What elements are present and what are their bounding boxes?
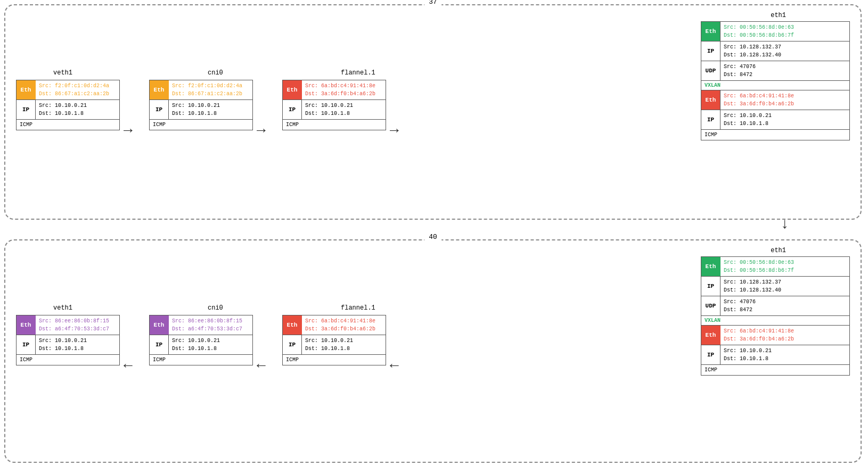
bottom-veth1-ip-content: Src: 10.10.0.21 Dst: 10.10.1.8 (36, 335, 90, 354)
top-flannel1-eth-content: Src: 6a:bd:c4:91:41:8e Dst: 3a:6d:f0:b4:… (302, 80, 379, 99)
top-inner-eth-content: Src: 6a:bd:c4:91:41:8e Dst: 3a:6d:f0:b4:… (720, 90, 797, 110)
arrow-eth1-flannel1-bottom: ← (390, 357, 399, 374)
top-outer-ip-tag: IP (701, 41, 720, 61)
bottom-outer-ip-content: Src: 10.128.132.37 Dst: 10.128.132.40 (720, 277, 784, 296)
bottom-inner-icmp: ICMP (701, 365, 850, 376)
top-vxlan-label: VXLAN (701, 81, 850, 90)
bottom-cni0-eth-tag: Eth (150, 315, 169, 335)
bottom-veth1-eth-content: Src: 86:ee:86:0b:8f:15 Dst: a6:4f:70:53:… (36, 315, 112, 335)
arrow-flannel1-cni0-bottom: ← (257, 357, 266, 374)
bottom-flannel1-packet: Eth Src: 6a:bd:c4:91:41:8e Dst: 3a:6d:f0… (282, 315, 386, 365)
bottom-inner-eth-tag: Eth (701, 326, 720, 345)
bottom-cni0-ip-content: Src: 10.10.0.21 Dst: 10.10.1.8 (169, 335, 223, 354)
bottom-veth1-label: veth1 (53, 304, 72, 312)
bottom-udp-content: Src: 47076 Dst: 8472 (720, 296, 759, 315)
bottom-vxlan-label: VXLAN (701, 316, 850, 326)
bottom-section-label: 40 (424, 233, 441, 241)
top-cni0-ip-tag: IP (150, 100, 169, 119)
bottom-outer-eth-content: Src: 00:50:56:8d:0e:63 Dst: 00:50:56:8d:… (720, 257, 797, 276)
top-veth1-eth-content: Src: f2:0f:c1:0d:d2:4a Dst: 86:67:a1:c2:… (36, 80, 112, 99)
top-cni0-label: cni0 (208, 69, 223, 77)
top-veth1-icmp: ICMP (16, 120, 120, 130)
bottom-inner-ip-content: Src: 10.10.0.21 Dst: 10.10.1.8 (720, 345, 775, 364)
arrow-flannel1-eth1: → (390, 122, 399, 139)
arrow-cni0-veth1-bottom: ← (124, 357, 133, 374)
top-cni0-icmp: ICMP (149, 120, 253, 130)
top-inner-ip-tag: IP (701, 110, 720, 129)
bottom-outer-ip-tag: IP (701, 277, 720, 296)
bottom-cni0-label: cni0 (208, 304, 223, 312)
bottom-cni0-eth-content: Src: 86:ee:86:0b:8f:15 Dst: a6:4f:70:53:… (169, 315, 245, 335)
bottom-cni0-icmp: ICMP (149, 355, 253, 365)
top-flannel1-label: flannel.1 (341, 69, 375, 77)
bottom-eth1-label: eth1 (771, 247, 786, 254)
top-udp-content: Src: 47076 Dst: 8472 (720, 61, 759, 80)
top-section-label: 37 (424, 0, 441, 6)
bottom-veth1-packet: Eth Src: 86:ee:86:0b:8f:15 Dst: a6:4f:70… (16, 315, 120, 365)
top-flannel1-ip-tag: IP (283, 100, 302, 119)
top-cni0-packet: Eth Src: f2:0f:c1:0d:d2:4a Dst: 86:67:a1… (149, 80, 253, 130)
top-flannel1-packet: Eth Src: 6a:bd:c4:91:41:8e Dst: 3a:6d:f0… (282, 80, 386, 130)
arrow-veth1-cni0: → (124, 122, 133, 139)
bottom-flannel1-label: flannel.1 (341, 304, 375, 312)
top-eth1-packet: Eth Src: 00:50:56:8d:0e:63 Dst: 00:50:56… (701, 21, 850, 140)
top-veth1-label: veth1 (53, 69, 72, 77)
top-inner-ip-content: Src: 10.10.0.21 Dst: 10.10.1.8 (720, 110, 775, 129)
top-inner-eth-tag: Eth (701, 90, 720, 110)
bottom-flannel1-ip-content: Src: 10.10.0.21 Dst: 10.10.1.8 (302, 335, 356, 354)
bottom-inner-eth-content: Src: 6a:bd:c4:91:41:8e Dst: 3a:6d:f0:b4:… (720, 326, 797, 345)
top-veth1-ip-content: Src: 10.10.0.21 Dst: 10.10.1.8 (36, 100, 90, 119)
top-flannel1-icmp: ICMP (282, 120, 386, 130)
top-cni0-ip-content: Src: 10.10.0.21 Dst: 10.10.1.8 (169, 100, 223, 119)
top-veth1-packet: Eth Src: f2:0f:c1:0d:d2:4a Dst: 86:67:a1… (16, 80, 120, 130)
bottom-cni0-packet: Eth Src: 86:ee:86:0b:8f:15 Dst: a6:4f:70… (149, 315, 253, 365)
top-veth1-eth-tag: Eth (17, 80, 36, 99)
top-udp-tag: UDP (701, 61, 720, 80)
top-veth1-ip-tag: IP (17, 100, 36, 119)
arrow-cni0-flannel: → (257, 122, 266, 139)
bottom-flannel1-icmp: ICMP (282, 355, 386, 365)
top-outer-eth-tag: Eth (701, 22, 720, 41)
top-eth1-label: eth1 (771, 12, 786, 19)
bottom-flannel1-ip-tag: IP (283, 335, 302, 354)
top-outer-ip-content: Src: 10.128.132.37 Dst: 10.128.132.40 (720, 41, 784, 61)
bottom-udp-tag: UDP (701, 296, 720, 315)
top-inner-icmp: ICMP (701, 130, 850, 140)
arrow-down-between-sections: ↓ (780, 217, 789, 232)
bottom-veth1-eth-tag: Eth (17, 315, 36, 335)
top-flannel1-eth-tag: Eth (283, 80, 302, 99)
top-cni0-eth-tag: Eth (150, 80, 169, 99)
bottom-veth1-ip-tag: IP (17, 335, 36, 354)
bottom-veth1-icmp: ICMP (16, 355, 120, 365)
bottom-outer-eth-tag: Eth (701, 257, 720, 276)
bottom-flannel1-eth-tag: Eth (283, 315, 302, 335)
top-cni0-eth-content: Src: f2:0f:c1:0d:d2:4a Dst: 86:67:a1:c2:… (169, 80, 245, 99)
top-flannel1-ip-content: Src: 10.10.0.21 Dst: 10.10.1.8 (302, 100, 356, 119)
bottom-eth1-packet: Eth Src: 00:50:56:8d:0e:63 Dst: 00:50:56… (701, 256, 850, 376)
bottom-inner-ip-tag: IP (701, 345, 720, 364)
bottom-cni0-ip-tag: IP (150, 335, 169, 354)
bottom-flannel1-eth-content: Src: 6a:bd:c4:91:41:8e Dst: 3a:6d:f0:b4:… (302, 315, 379, 335)
top-outer-eth-content: Src: 00:50:56:8d:0e:63 Dst: 00:50:56:8d:… (720, 22, 797, 41)
